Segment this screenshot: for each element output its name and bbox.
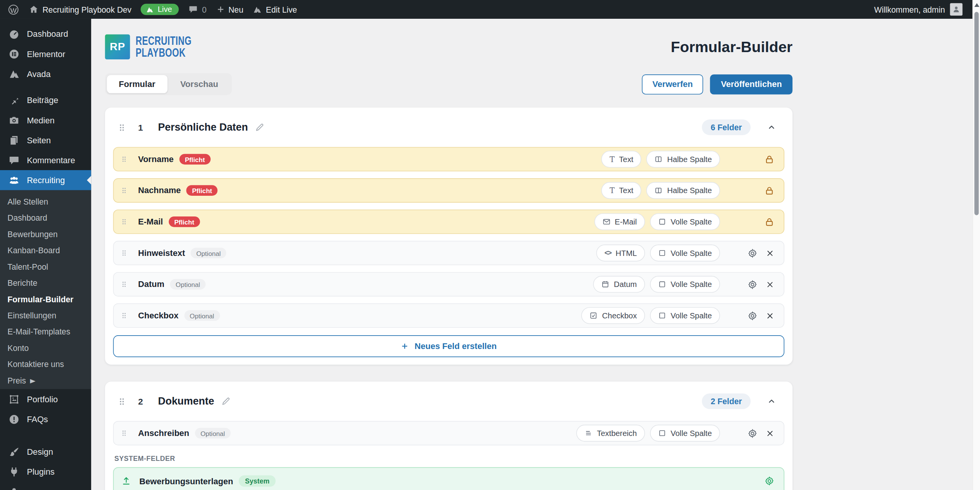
menu-icon bbox=[8, 94, 20, 106]
sidebar-item-partial[interactable] bbox=[0, 482, 91, 490]
field-label: Hinweistext bbox=[138, 248, 185, 257]
system-badge: System bbox=[239, 475, 276, 487]
tab-formular[interactable]: Formular bbox=[107, 75, 167, 93]
drag-handle-icon[interactable] bbox=[120, 187, 128, 195]
text-type-icon: T bbox=[610, 187, 615, 194]
field-row-datum: Datum Optional Datum Volle Spalte bbox=[113, 272, 784, 297]
submenu-item[interactable]: Preis ▶ bbox=[0, 373, 91, 389]
sidebar-item[interactable]: FAQs bbox=[0, 409, 91, 429]
sidebar-item-label: Medien bbox=[27, 115, 54, 125]
delete-x-icon[interactable] bbox=[766, 429, 774, 438]
delete-x-icon[interactable] bbox=[766, 311, 774, 320]
drag-handle-icon[interactable] bbox=[120, 280, 128, 288]
sidebar-item[interactable]: Dashboard bbox=[0, 24, 91, 44]
calendar-icon bbox=[601, 280, 609, 288]
submenu-item[interactable]: Bewerbungen bbox=[0, 226, 91, 243]
new-content-menu[interactable]: Neu bbox=[216, 5, 243, 14]
submenu-item[interactable]: Einstellungen bbox=[0, 308, 91, 324]
field-row-email: E-Mail Pflicht E-Mail Volle Spalte bbox=[113, 210, 784, 234]
scrollbar-thumb[interactable] bbox=[974, 12, 978, 215]
field-row-hinweistext: Hinweistext Optional <>HTML Volle Spalte bbox=[113, 241, 784, 265]
site-menu[interactable]: Recruiting Playbook Dev bbox=[29, 4, 131, 14]
sidebar-item[interactable]: Elementor bbox=[0, 44, 91, 64]
fields-count-badge: 6 Felder bbox=[702, 120, 751, 135]
vertical-scrollbar[interactable] bbox=[972, 0, 980, 490]
sidebar-lower-menu: Portfolio FAQs bbox=[0, 389, 91, 429]
sidebar-item-label: Elementor bbox=[27, 49, 65, 58]
section-title: Dokumente bbox=[158, 395, 214, 407]
drag-handle-icon[interactable] bbox=[120, 218, 128, 226]
sidebar-item-label: Dashboard bbox=[27, 29, 68, 38]
required-badge: Pflicht bbox=[186, 185, 218, 196]
field-label: Datum bbox=[138, 280, 165, 289]
drag-handle-icon[interactable] bbox=[120, 429, 128, 437]
tab-vorschau[interactable]: Vorschau bbox=[168, 75, 230, 93]
submenu-item-label: Dashboard bbox=[8, 214, 47, 223]
submenu-item-label: Talent-Pool bbox=[8, 263, 48, 272]
drag-handle-icon[interactable] bbox=[117, 396, 127, 406]
plus-icon bbox=[216, 5, 225, 14]
submenu-item[interactable]: Talent-Pool bbox=[0, 259, 91, 275]
discard-button[interactable]: Verwerfen bbox=[642, 74, 704, 94]
comments-menu[interactable]: 0 bbox=[188, 4, 207, 14]
settings-gear-icon[interactable] bbox=[748, 311, 758, 321]
submenu-item[interactable]: Alle Stellen bbox=[0, 194, 91, 210]
settings-gear-icon[interactable] bbox=[764, 476, 774, 486]
sidebar-item[interactable]: Plugins bbox=[0, 462, 91, 482]
field-row-checkbox: Checkbox Optional Checkbox Volle Spalte bbox=[113, 303, 784, 328]
settings-gear-icon[interactable] bbox=[748, 428, 758, 438]
sidebar-item-label: Avada bbox=[27, 69, 51, 78]
required-badge: Pflicht bbox=[179, 154, 211, 165]
drag-handle-icon[interactable] bbox=[117, 122, 127, 132]
welcome-text: Willkommen, admin bbox=[874, 5, 945, 14]
field-type-badge: E-Mail bbox=[594, 213, 645, 230]
section-header: 2 Dokumente 2 Felder bbox=[113, 382, 784, 421]
delete-x-icon[interactable] bbox=[766, 280, 774, 289]
sidebar-item[interactable]: Avada bbox=[0, 64, 91, 84]
sidebar-item[interactable]: Beiträge bbox=[0, 90, 91, 110]
sidebar-item[interactable]: Kommentare bbox=[0, 150, 91, 170]
account-menu[interactable]: Willkommen, admin bbox=[874, 5, 945, 14]
add-field-button[interactable]: Neues Feld erstellen bbox=[113, 335, 784, 357]
submenu-item[interactable]: Formular-Builder bbox=[0, 292, 91, 308]
delete-x-icon[interactable] bbox=[766, 249, 774, 257]
menu-icon bbox=[8, 446, 20, 457]
sidebar-item[interactable]: Design bbox=[0, 442, 91, 462]
publish-button[interactable]: Veröffentlichen bbox=[710, 74, 792, 94]
field-label: E-Mail bbox=[138, 217, 163, 226]
submenu-item-label: Berichte bbox=[8, 279, 38, 288]
sidebar-item[interactable]: Seiten bbox=[0, 130, 91, 150]
site-name: Recruiting Playbook Dev bbox=[42, 5, 131, 14]
edit-pencil-icon[interactable] bbox=[255, 123, 264, 132]
submenu-item[interactable]: Berichte bbox=[0, 275, 91, 291]
sidebar-item[interactable]: Portfolio bbox=[0, 389, 91, 409]
drag-handle-icon[interactable] bbox=[120, 155, 128, 163]
field-type-badge: Textbereich bbox=[576, 425, 645, 442]
section-title: Persönliche Daten bbox=[158, 121, 248, 133]
settings-gear-icon[interactable] bbox=[748, 279, 758, 289]
sidebar-item-label: FAQs bbox=[27, 415, 48, 424]
submenu-item[interactable]: Dashboard bbox=[0, 210, 91, 226]
field-label: Bewerbungsunterlagen bbox=[139, 476, 233, 485]
avatar[interactable] bbox=[950, 3, 963, 16]
edit-pencil-icon[interactable] bbox=[221, 397, 230, 406]
submenu-item-label: E-Mail-Templates bbox=[8, 328, 70, 337]
collapse-chevron-icon[interactable] bbox=[767, 397, 776, 406]
drag-handle-icon[interactable] bbox=[120, 249, 128, 257]
wp-logo-menu[interactable] bbox=[8, 3, 20, 15]
admin-sidebar: Dashboard Elementor Avada Beiträ bbox=[0, 19, 91, 490]
submenu-item[interactable]: Kanban-Board bbox=[0, 243, 91, 259]
settings-gear-icon[interactable] bbox=[748, 248, 758, 258]
submenu-item[interactable]: Kontaktiere uns bbox=[0, 357, 91, 373]
sidebar-item[interactable]: Medien bbox=[0, 110, 91, 130]
submenu-item[interactable]: E-Mail-Templates bbox=[0, 324, 91, 340]
sidebar-item[interactable]: Recruiting bbox=[0, 170, 91, 190]
scroll-up-arrow-icon[interactable] bbox=[974, 3, 979, 7]
full-column-icon bbox=[658, 429, 666, 437]
drag-handle-icon[interactable] bbox=[120, 311, 128, 320]
collapse-chevron-icon[interactable] bbox=[767, 123, 776, 132]
submenu-item[interactable]: Konto bbox=[0, 340, 91, 356]
submenu-item-label: Einstellungen bbox=[8, 311, 56, 320]
live-status-badge[interactable]: Live bbox=[141, 4, 179, 15]
edit-live-menu[interactable]: Edit Live bbox=[253, 5, 297, 14]
